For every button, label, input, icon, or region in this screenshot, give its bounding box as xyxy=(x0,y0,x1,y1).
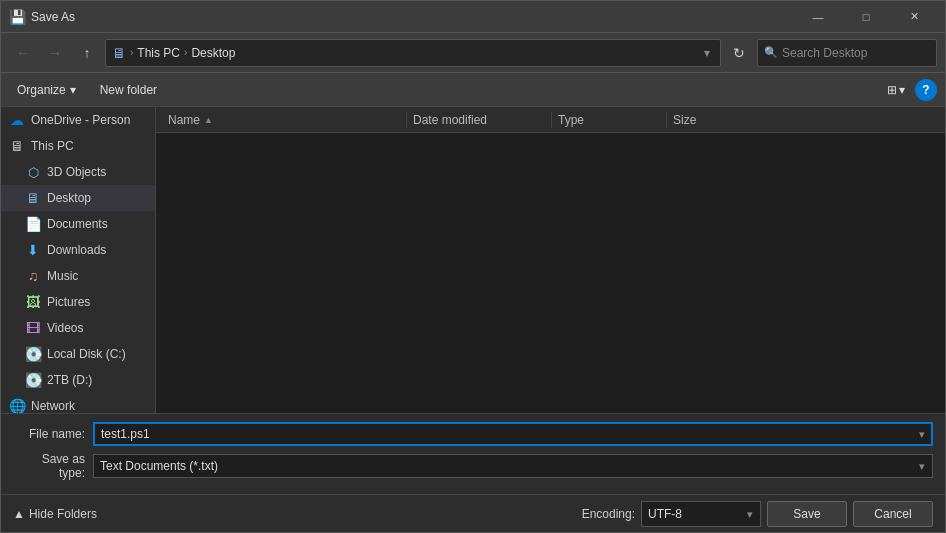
sidebar-item-pictures-label: Pictures xyxy=(47,295,90,309)
documents-icon: 📄 xyxy=(25,216,41,232)
refresh-button[interactable]: ↻ xyxy=(725,39,753,67)
title-bar-controls: — □ ✕ xyxy=(795,1,937,33)
encoding-select-wrapper: UTF-8 UTF-16 ANSI ASCII xyxy=(641,501,761,527)
organize-button[interactable]: Organize ▾ xyxy=(9,79,84,101)
breadcrumb-separator-1: › xyxy=(130,47,133,58)
sidebar: ☁ OneDrive - Person 🖥 This PC ⬡ 3D Objec… xyxy=(1,107,156,413)
sidebar-item-network-label: Network xyxy=(31,399,75,413)
nav-toolbar: ← → ↑ 🖥 › This PC › Desktop ▾ ↻ 🔍 xyxy=(1,33,945,73)
sidebar-item-2tb[interactable]: 💽 2TB (D:) xyxy=(1,367,155,393)
filename-wrapper xyxy=(93,422,933,446)
sidebar-item-desktop[interactable]: 🖥 Desktop xyxy=(1,185,155,211)
hide-folders-button[interactable]: ▲ Hide Folders xyxy=(13,507,97,521)
organize-dropdown-icon: ▾ xyxy=(70,83,76,97)
sidebar-item-desktop-label: Desktop xyxy=(47,191,91,205)
sort-arrow-icon: ▲ xyxy=(204,115,213,125)
col-header-type[interactable]: Type xyxy=(554,107,664,132)
sidebar-item-2tb-label: 2TB (D:) xyxy=(47,373,92,387)
search-input[interactable] xyxy=(782,46,930,60)
sidebar-item-onedrive-label: OneDrive - Person xyxy=(31,113,130,127)
sidebar-item-music[interactable]: ♫ Music xyxy=(1,263,155,289)
back-button[interactable]: ← xyxy=(9,39,37,67)
close-button[interactable]: ✕ xyxy=(891,1,937,33)
action-bar: ▲ Hide Folders Encoding: UTF-8 UTF-16 AN… xyxy=(1,494,945,532)
desktop-icon: 🖥 xyxy=(25,190,41,206)
minimize-button[interactable]: — xyxy=(795,1,841,33)
sidebar-item-3d-label: 3D Objects xyxy=(47,165,106,179)
cancel-button[interactable]: Cancel xyxy=(853,501,933,527)
filename-label: File name: xyxy=(13,427,93,441)
col-header-size[interactable]: Size xyxy=(669,107,759,132)
up-button[interactable]: ↑ xyxy=(73,39,101,67)
sidebar-item-downloads-label: Downloads xyxy=(47,243,106,257)
forward-button[interactable]: → xyxy=(41,39,69,67)
this-pc-icon: 🖥 xyxy=(9,138,25,154)
breadcrumb-dropdown-icon[interactable]: ▾ xyxy=(700,46,714,60)
saveastype-wrapper: Text Documents (*.txt) All Files (*.*) xyxy=(93,454,933,478)
dialog-title: Save As xyxy=(31,10,795,24)
new-folder-button[interactable]: New folder xyxy=(92,79,165,101)
breadcrumb-bar: 🖥 › This PC › Desktop ▾ xyxy=(105,39,721,67)
maximize-button[interactable]: □ xyxy=(843,1,889,33)
view-button[interactable]: ⊞ ▾ xyxy=(881,79,911,101)
sidebar-item-videos[interactable]: 🎞 Videos xyxy=(1,315,155,341)
sidebar-item-downloads[interactable]: ⬇ Downloads xyxy=(1,237,155,263)
saveastype-select[interactable]: Text Documents (*.txt) All Files (*.*) xyxy=(93,454,933,478)
sidebar-item-local-disk-label: Local Disk (C:) xyxy=(47,347,126,361)
view-dropdown-icon: ▾ xyxy=(899,83,905,97)
sidebar-item-this-pc[interactable]: 🖥 This PC xyxy=(1,133,155,159)
breadcrumb-separator-2: › xyxy=(184,47,187,58)
encoding-label: Encoding: xyxy=(582,507,635,521)
column-headers: Name ▲ Date modified Type Size xyxy=(156,107,945,133)
file-area: Name ▲ Date modified Type Size xyxy=(156,107,945,413)
organize-label: Organize xyxy=(17,83,66,97)
network-icon: 🌐 xyxy=(9,398,25,413)
sidebar-item-3d-objects[interactable]: ⬡ 3D Objects xyxy=(1,159,155,185)
sidebar-item-onedrive[interactable]: ☁ OneDrive - Person xyxy=(1,107,155,133)
encoding-area: Encoding: UTF-8 UTF-16 ANSI ASCII Save C… xyxy=(582,501,933,527)
onedrive-icon: ☁ xyxy=(9,112,25,128)
sidebar-item-documents-label: Documents xyxy=(47,217,108,231)
help-button[interactable]: ? xyxy=(915,79,937,101)
title-bar: 💾 Save As — □ ✕ xyxy=(1,1,945,33)
sidebar-item-videos-label: Videos xyxy=(47,321,83,335)
dialog-icon: 💾 xyxy=(9,9,25,25)
music-icon: ♫ xyxy=(25,268,41,284)
hide-folders-icon: ▲ xyxy=(13,507,25,521)
col-divider-3 xyxy=(666,112,667,128)
save-button[interactable]: Save xyxy=(767,501,847,527)
filename-row: File name: xyxy=(13,422,933,446)
sidebar-item-this-pc-label: This PC xyxy=(31,139,74,153)
sidebar-item-network[interactable]: 🌐 Network xyxy=(1,393,155,413)
organize-toolbar: Organize ▾ New folder ⊞ ▾ ? xyxy=(1,73,945,107)
breadcrumb-desktop[interactable]: Desktop xyxy=(191,46,235,60)
local-disk-icon: 💽 xyxy=(25,346,41,362)
breadcrumb-this-pc[interactable]: This PC xyxy=(137,46,180,60)
search-box: 🔍 xyxy=(757,39,937,67)
hide-folders-label: Hide Folders xyxy=(29,507,97,521)
sidebar-item-pictures[interactable]: 🖼 Pictures xyxy=(1,289,155,315)
col-header-date[interactable]: Date modified xyxy=(409,107,549,132)
sidebar-item-documents[interactable]: 📄 Documents xyxy=(1,211,155,237)
3d-objects-icon: ⬡ xyxy=(25,164,41,180)
saveastype-label: Save as type: xyxy=(13,452,93,480)
sidebar-item-local-disk[interactable]: 💽 Local Disk (C:) xyxy=(1,341,155,367)
main-content: ☁ OneDrive - Person 🖥 This PC ⬡ 3D Objec… xyxy=(1,107,945,413)
col-divider-1 xyxy=(406,112,407,128)
videos-icon: 🎞 xyxy=(25,320,41,336)
view-grid-icon: ⊞ xyxy=(887,83,897,97)
col-divider-2 xyxy=(551,112,552,128)
file-list xyxy=(156,133,945,413)
save-as-dialog: 💾 Save As — □ ✕ ← → ↑ 🖥 › This PC › Desk… xyxy=(0,0,946,533)
pictures-icon: 🖼 xyxy=(25,294,41,310)
search-icon: 🔍 xyxy=(764,46,778,59)
filename-input[interactable] xyxy=(93,422,933,446)
encoding-select[interactable]: UTF-8 UTF-16 ANSI ASCII xyxy=(641,501,761,527)
sidebar-item-music-label: Music xyxy=(47,269,78,283)
col-header-name[interactable]: Name ▲ xyxy=(164,107,404,132)
downloads-icon: ⬇ xyxy=(25,242,41,258)
toolbar2-right: ⊞ ▾ ? xyxy=(881,79,937,101)
saveastype-row: Save as type: Text Documents (*.txt) All… xyxy=(13,452,933,480)
bottom-bar: File name: Save as type: Text Documents … xyxy=(1,413,945,494)
2tb-icon: 💽 xyxy=(25,372,41,388)
